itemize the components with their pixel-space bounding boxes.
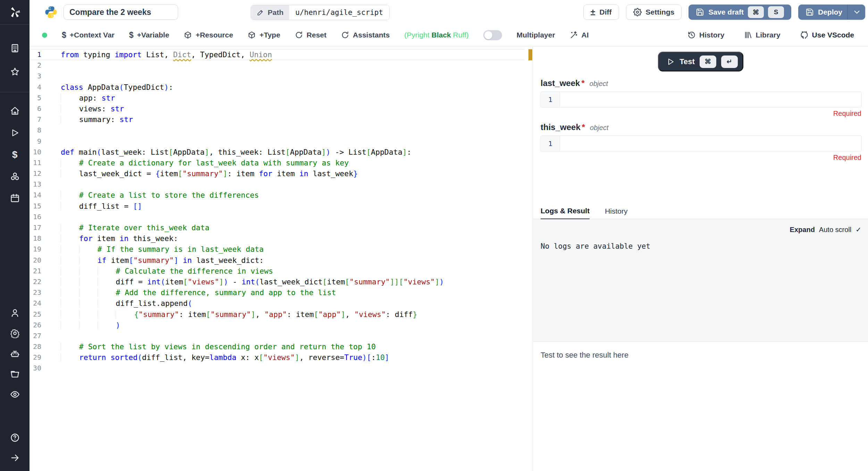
use-vscode-button[interactable]: Use VScode: [800, 31, 854, 40]
code-line: 17 # Iterate over this_week data: [30, 222, 524, 233]
sidebar-item-home[interactable]: [0, 103, 30, 119]
code-line: 14 # Create a list to store the differen…: [30, 190, 524, 200]
line-number: 2: [30, 60, 41, 71]
sidebar-item-runs[interactable]: [0, 125, 30, 140]
line-number: 1: [30, 49, 41, 60]
sidebar-item-variables[interactable]: $: [0, 147, 30, 162]
test-button[interactable]: Test ⌘ ↵: [658, 52, 743, 71]
code-line: 4class AppData(TypedDict):: [30, 82, 524, 93]
reset-button[interactable]: Reset: [295, 31, 326, 39]
eye-icon: [10, 389, 20, 399]
line-number: 27: [30, 331, 41, 341]
add-context-var-button[interactable]: $ +Context Var: [62, 31, 115, 40]
bottom-tabs: Logs & Result History: [533, 203, 868, 219]
code-line: 21 # Calculate the difference in views: [30, 266, 524, 276]
expand-button[interactable]: Expand: [790, 226, 815, 234]
arg-name: last_week: [541, 78, 580, 88]
ai-button[interactable]: AI: [570, 31, 589, 39]
arg-type: object: [590, 124, 608, 132]
building-icon: [10, 43, 20, 53]
code-line: 26 ): [30, 320, 524, 331]
line-content: # Create a dictionary for last_week data…: [41, 157, 349, 168]
path-badge[interactable]: Path: [251, 5, 289, 20]
arg-json-input[interactable]: 1: [541, 92, 861, 108]
add-type-button[interactable]: +Type: [248, 31, 280, 39]
deploy-button[interactable]: Deploy: [798, 5, 865, 20]
sidebar-item-help[interactable]: [0, 430, 30, 445]
arguments-form: last_week * object 1 Required this_week …: [533, 71, 868, 162]
sidebar-divider: [0, 92, 30, 92]
deploy-label: Deploy: [818, 8, 842, 16]
sidebar-item-users[interactable]: [0, 305, 30, 320]
line-content: # Add the difference, summary and app to…: [41, 287, 336, 298]
input-area[interactable]: [560, 136, 861, 151]
diff-button[interactable]: ± Diff: [583, 5, 619, 20]
path-editor[interactable]: Path u/henri/agile_script: [251, 5, 390, 20]
command-key-badge: ⌘: [700, 55, 716, 68]
line-number: 29: [30, 352, 41, 363]
sidebar-collapse-button[interactable]: [0, 450, 30, 465]
code-line: 18 for item in this_week:: [30, 233, 524, 244]
line-number: 1: [541, 136, 560, 151]
sidebar-item-settings[interactable]: [0, 326, 30, 341]
sidebar-item-folders[interactable]: [0, 367, 30, 382]
input-area[interactable]: [560, 92, 861, 107]
sidebar-item-workers[interactable]: [0, 346, 30, 362]
tab-logs-result[interactable]: Logs & Result: [541, 207, 590, 220]
add-resource-button[interactable]: +Resource: [184, 31, 233, 39]
code-editor[interactable]: 1from typing import List, Dict, TypedDic…: [30, 46, 525, 471]
argument-block: last_week * object 1 Required: [541, 78, 861, 118]
refresh-icon: [295, 31, 303, 39]
sidebar-item-audit[interactable]: [0, 387, 30, 402]
line-number: 25: [30, 309, 41, 320]
plus-minus-icon: ±: [591, 8, 595, 17]
line-content: [41, 212, 61, 222]
line-number: 13: [30, 179, 41, 190]
play-icon: [10, 128, 19, 137]
help-icon: [10, 433, 20, 443]
sidebar-item-workspace[interactable]: [0, 41, 30, 56]
code-line: 25 {"summary": item["summary"], "app": i…: [30, 309, 524, 320]
save-draft-button[interactable]: Save draft ⌘ S: [688, 5, 791, 20]
history-button[interactable]: History: [687, 31, 724, 39]
line-number: 4: [30, 82, 41, 93]
required-hint: Required: [541, 110, 861, 118]
sidebar-item-resources[interactable]: [0, 169, 30, 184]
path-label: Path: [268, 8, 284, 17]
arg-name: this_week: [541, 122, 581, 132]
folder-icon: [10, 369, 20, 379]
script-name-input[interactable]: Compare the 2 weeks: [64, 5, 178, 20]
code-line: 23 # Add the difference, summary and app…: [30, 287, 524, 298]
tab-history[interactable]: History: [605, 207, 627, 219]
windmill-script-editor: $: [0, 0, 868, 471]
enter-key-badge: ↵: [721, 55, 738, 68]
code-line: 7 summary: str: [30, 114, 524, 125]
save-draft-label: Save draft: [708, 8, 744, 16]
gear-icon: [633, 8, 642, 16]
settings-button[interactable]: Settings: [626, 5, 682, 20]
assistants-button[interactable]: Assistants: [341, 31, 390, 39]
code-line: 20 if item["summary"] in last_week_dict:: [30, 255, 524, 266]
line-content: # If the summary is in last_week data: [41, 244, 264, 255]
autoscroll-toggle[interactable]: Auto scroll: [819, 226, 851, 234]
line-content: [41, 60, 61, 71]
line-number: 8: [30, 125, 41, 136]
arg-json-input[interactable]: 1: [541, 136, 861, 152]
add-variable-button[interactable]: $ +Variable: [129, 31, 169, 40]
line-number: 5: [30, 93, 41, 103]
script-name: Compare the 2 weeks: [69, 8, 151, 17]
sidebar-item-schedules[interactable]: [0, 190, 30, 206]
multiplayer-toggle[interactable]: [483, 30, 502, 40]
refresh-icon: [341, 31, 349, 39]
line-number: 11: [30, 157, 41, 168]
line-content: # Create a list to store the differences: [41, 190, 259, 200]
sidebar-item-favorites[interactable]: [0, 64, 30, 79]
line-number: 19: [30, 244, 41, 255]
line-content: return sorted(diff_list, key=lambda x: x…: [41, 352, 389, 363]
line-number: 23: [30, 287, 41, 298]
windmill-logo-icon[interactable]: [0, 4, 30, 20]
line-number: 12: [30, 168, 41, 179]
line-number: 10: [30, 147, 41, 157]
line-number: 21: [30, 266, 41, 276]
library-button[interactable]: Library: [744, 31, 780, 39]
